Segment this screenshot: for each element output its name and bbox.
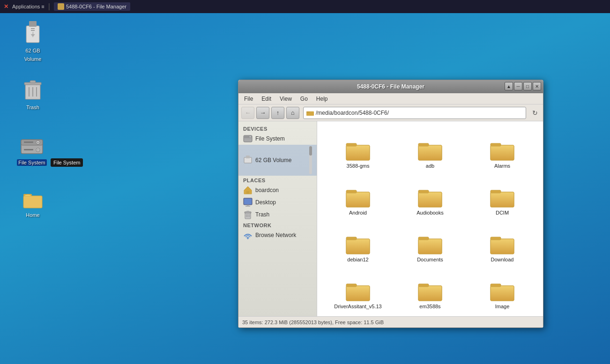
file-item-dcim[interactable]: DCIM [466,173,538,220]
sidebar-62gb-label: 62 GB Volume [255,157,291,163]
filesystem-icon [20,136,44,157]
file-item-audiobooks[interactable]: Audiobooks [394,173,466,220]
filesystem-label: File System [17,159,46,166]
file-item-image[interactable]: Image [466,267,538,313]
devices-header: DEVICES [238,124,317,133]
window-controls: ▲ ─ □ ✕ [505,82,541,90]
taskbar: ✕ Applications ≡ | 5488-0CF6 - File Mana… [0,0,610,13]
menu-file[interactable]: File [240,95,257,103]
up-button[interactable]: ↑ [271,107,284,119]
window-title: 5488-0CF6 - File Manager [357,83,424,90]
file-item-driverassitant-v5-13[interactable]: DriverAssitant_v5.13 [322,267,394,313]
trash-icon [22,79,43,102]
file-item-debian12[interactable]: debian12 [322,220,394,267]
file-item-3588-gms[interactable]: 3588-gms [322,126,394,173]
svg-rect-50 [346,190,357,193]
sidebar-trash-label: Trash [255,211,269,218]
desktop-icon-trash[interactable]: Trash [14,79,52,111]
file-item-download[interactable]: Download [466,220,538,267]
boardcon-icon [243,186,253,195]
sidebar-desktop-label: Desktop [255,199,276,206]
sidebar-item-filesystem[interactable]: File System [238,133,317,145]
sidebar-filesystem-label: File System [255,135,285,142]
sidebar-item-desktop[interactable]: Desktop [238,196,317,208]
menu-help[interactable]: Help [312,95,332,103]
window-minimize2-button[interactable]: ─ [514,82,522,90]
svg-rect-56 [491,190,501,193]
taskbar-divider: | [48,2,50,11]
desktop-icon-home[interactable]: Home [14,187,52,218]
forward-button[interactable]: → [256,107,269,119]
svg-rect-1 [29,21,37,27]
taskbar-window-title: 5488-0CF6 - File Manager [66,4,126,9]
sidebar-boardcon-label: boardcon [255,187,279,193]
window-close-button[interactable]: ✕ [533,82,541,90]
folder-icon [346,234,370,255]
svg-rect-31 [245,206,250,207]
folder-icon [346,141,370,161]
file-name: Download [491,257,514,263]
62gb-sidebar-icon [243,156,253,165]
trash-desktop-label: Trash [25,104,41,111]
menubar: File Edit View Go Help [238,93,543,104]
taskbar-x: ✕ [4,3,8,10]
folder-icon [490,234,514,255]
svg-point-17 [37,149,39,151]
sidebar-scrollbar[interactable] [309,146,312,174]
svg-rect-53 [418,190,429,193]
svg-rect-46 [491,145,514,160]
svg-rect-22 [306,111,310,113]
svg-point-25 [249,136,251,138]
menu-edit[interactable]: Edit [258,95,275,103]
desktop-icon-usb[interactable]: ⏚ 62 GB Volume [14,21,52,62]
window-maximize-button[interactable]: □ [523,82,532,90]
svg-rect-65 [491,237,501,240]
svg-rect-61 [418,239,442,254]
folder-icon [490,187,514,208]
places-header: PLACES [238,176,317,184]
sidebar-item-62gb[interactable]: 62 GB Volume [238,145,317,176]
svg-rect-55 [491,192,514,207]
taskbar-window-item[interactable]: 5488-0CF6 - File Manager [54,2,130,11]
usb-label-line2: Volume [23,56,43,62]
file-item-em3588s[interactable]: em3588s [394,267,466,313]
taskbar-window-icon [58,3,64,10]
sidebar-item-boardcon[interactable]: boardcon [238,184,317,196]
svg-rect-27 [246,156,250,158]
file-name: adb [426,163,434,169]
menu-go[interactable]: Go [297,95,312,103]
file-name: em3588s [419,304,440,310]
file-item-adb[interactable]: adb [394,126,466,173]
svg-rect-34 [246,211,249,212]
svg-point-38 [247,238,249,239]
svg-rect-18 [24,149,33,150]
refresh-button[interactable]: ↻ [530,108,540,118]
titlebar: 5488-0CF6 - File Manager ▲ ─ □ ✕ [238,80,543,93]
home-label: Home [24,212,41,218]
file-item-documents[interactable]: Documents [394,220,466,267]
sidebar: DEVICES File System [238,121,317,316]
svg-rect-67 [346,286,370,301]
file-item-android[interactable]: Android [322,173,394,220]
sidebar-item-browse-network[interactable]: Browse Network [238,229,317,241]
file-name: Alarms [494,163,510,169]
file-item-alarms[interactable]: Alarms [466,126,538,173]
address-bar[interactable]: /media/boardcon/5488-0CF6/ [303,107,526,119]
svg-rect-47 [491,143,501,146]
svg-rect-52 [418,192,442,207]
svg-rect-58 [346,239,370,254]
file-name: Documents [417,257,443,263]
folder-icon [346,187,370,208]
sidebar-item-trash[interactable]: Trash [238,208,317,221]
desktop-icon-filesystem[interactable]: File System File System [13,136,51,166]
window-minimize-button[interactable]: ▲ [505,82,513,90]
file-name: DCIM [496,210,509,216]
back-button[interactable]: ← [241,107,254,119]
status-text: 35 items: 272.3 MiB (285552013 bytes), F… [242,319,384,325]
taskbar-apps[interactable]: Applications ≡ [12,4,45,9]
svg-rect-7 [30,81,36,83]
folder-icon [490,281,514,302]
file-grid: 3588-gms adb Alarms [317,121,543,316]
menu-view[interactable]: View [276,95,296,103]
home-button[interactable]: ⌂ [286,107,299,119]
